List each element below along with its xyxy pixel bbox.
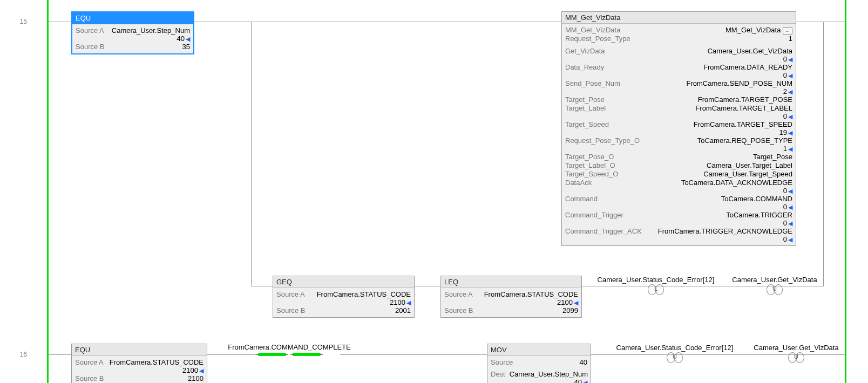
- param-label: Data_Ready: [565, 63, 604, 72]
- live-value: 19◀: [565, 129, 792, 136]
- live-value: 0◀: [565, 56, 792, 63]
- arrow-icon: ◀: [186, 35, 190, 43]
- live-value: 40◀: [491, 379, 587, 383]
- wire: [823, 22, 824, 286]
- wire: [251, 286, 273, 286]
- latch-coil-15a[interactable]: Camera_User.Status_Code_Error[12] L: [594, 276, 718, 296]
- arrow-icon: ◀: [788, 187, 792, 195]
- wire: [340, 354, 487, 355]
- geq-instruction[interactable]: GEQ Source A FromCamera.STATUS_CODE 2100…: [273, 276, 415, 318]
- param-value[interactable]: FromCamera.DATA_READY: [703, 63, 792, 72]
- live-value: 0◀: [565, 187, 792, 195]
- param-value[interactable]: FromCamera.STATUS_CODE: [317, 290, 411, 299]
- param-value[interactable]: Target_Pose: [753, 153, 792, 161]
- live-value: 0◀: [565, 72, 792, 79]
- live-value: 2100◀: [444, 299, 578, 306]
- xic-contact-16[interactable]: FromCamera.COMMAND_COMPLETE: [225, 343, 354, 356]
- arrow-icon: ◀: [583, 379, 587, 383]
- param-label: Source A: [444, 290, 473, 299]
- unlatch-coil-16a[interactable]: Camera_User.Status_Code_Error[12] U: [613, 344, 737, 364]
- wire: [796, 22, 845, 22]
- rung-number-16: 16: [5, 351, 27, 358]
- wire: [49, 22, 71, 22]
- live-value: 2100◀: [75, 367, 204, 374]
- arrow-icon: ◀: [199, 367, 204, 374]
- param-value[interactable]: Camera_User.Get_VizData: [708, 47, 792, 56]
- mm-get-vizdata-instruction[interactable]: MM_Get_VizData MM_Get_VizDataMM_Get_VizD…: [561, 11, 796, 246]
- instruction-title: EQU: [72, 344, 207, 356]
- coil-icon: U: [667, 353, 683, 363]
- param-label: Source: [491, 358, 513, 367]
- coil-icon: U: [788, 353, 804, 363]
- param-value[interactable]: FromCamera.TRIGGER_ACKNOWLEDGE: [658, 227, 792, 236]
- equ-instruction-15[interactable]: EQU Source A Camera_User.Step_Num 40◀ So…: [71, 11, 194, 54]
- coil-icon: L: [648, 285, 664, 295]
- param-value[interactable]: FromCamera.SEND_POSE_NUM: [687, 79, 793, 88]
- live-value: 2◀: [565, 88, 792, 95]
- wire: [251, 22, 252, 286]
- rail-left: [47, 0, 49, 383]
- param-value[interactable]: 40: [580, 358, 587, 367]
- param-label: Command: [565, 195, 598, 203]
- arrow-icon: ◀: [788, 88, 792, 95]
- arrow-icon: ◀: [788, 129, 792, 136]
- param-value[interactable]: Camera_User.Step_Num: [510, 370, 588, 379]
- wire: [49, 354, 71, 355]
- param-label: Get_VizData: [565, 47, 605, 56]
- param-label: Request_Pose_Type_O: [565, 136, 640, 145]
- param-value[interactable]: Camera_User.Step_Num: [112, 26, 190, 35]
- param-value[interactable]: 35: [182, 43, 190, 51]
- param-value[interactable]: ToCamera.TRIGGER: [726, 211, 792, 220]
- param-value[interactable]: 1: [789, 35, 792, 43]
- equ-instruction-16[interactable]: EQU Source A FromCamera.STATUS_CODE 2100…: [71, 344, 207, 383]
- live-value: 0◀: [565, 203, 792, 211]
- browse-button[interactable]: ...: [783, 27, 792, 35]
- instruction-title: EQU: [72, 12, 193, 24]
- param-value[interactable]: ToCamera.DATA_ACKNOWLEDGE: [681, 179, 792, 187]
- instruction-title: MM_Get_VizData: [562, 12, 796, 24]
- rung-number-15: 15: [5, 18, 27, 25]
- wire: [194, 22, 561, 22]
- arrow-icon: ◀: [788, 236, 792, 243]
- param-value[interactable]: ToCamera.REQ_POSE_TYPE: [697, 136, 792, 145]
- param-label: Source A: [76, 26, 104, 35]
- arrow-icon: ◀: [788, 145, 792, 153]
- live-value: 1◀: [565, 145, 792, 153]
- param-value[interactable]: 2001: [395, 306, 411, 315]
- unlatch-coil-16b[interactable]: Camera_User.Get_VizData U: [748, 344, 845, 364]
- param-label: Target_Label: [565, 104, 606, 113]
- param-value[interactable]: FromCamera.TARGET_POSE: [698, 95, 792, 104]
- param-value[interactable]: 2099: [562, 306, 578, 315]
- coil-label: Camera_User.Get_VizData: [726, 276, 823, 284]
- param-value[interactable]: Camera_User.Target_Speed: [703, 170, 792, 179]
- live-value: 40◀: [76, 35, 190, 43]
- param-label: Target_Pose_O: [565, 153, 614, 161]
- unlatch-coil-15b[interactable]: Camera_User.Get_VizData U: [726, 276, 823, 296]
- param-value[interactable]: Camera_User.Target_Label: [707, 161, 792, 170]
- contact-label: FromCamera.COMMAND_COMPLETE: [225, 343, 354, 351]
- leq-instruction[interactable]: LEQ Source A FromCamera.STATUS_CODE 2100…: [440, 276, 582, 318]
- param-value[interactable]: FromCamera.STATUS_CODE: [484, 290, 578, 299]
- param-label: Target_Label_O: [565, 161, 615, 170]
- param-label: Request_Pose_Type: [565, 35, 630, 43]
- arrow-icon: ◀: [788, 56, 792, 63]
- param-value[interactable]: ToCamera.COMMAND: [721, 195, 792, 203]
- param-label: Dest: [491, 370, 505, 379]
- arrow-icon: ◀: [574, 299, 578, 306]
- param-label: Source B: [76, 43, 104, 51]
- param-label: Target_Speed: [565, 120, 609, 129]
- param-value[interactable]: 2100: [188, 374, 204, 383]
- param-label: Command_Trigger_ACK: [565, 227, 642, 236]
- param-value[interactable]: FromCamera.TARGET_SPEED: [694, 120, 792, 129]
- arrow-icon: ◀: [788, 113, 792, 120]
- instruction-title: GEQ: [273, 276, 414, 288]
- coil-label: Camera_User.Status_Code_Error[12]: [613, 344, 737, 352]
- param-value[interactable]: MM_Get_VizData ...: [725, 26, 792, 35]
- arrow-icon: ◀: [788, 72, 792, 79]
- contact-bar-icon: [293, 353, 321, 356]
- mov-instruction[interactable]: MOV Source 40 Dest Camera_User.Step_Num …: [487, 344, 591, 383]
- param-label: Source A: [75, 358, 104, 367]
- param-value[interactable]: FromCamera.TARGET_LABEL: [695, 104, 792, 113]
- param-label: Source B: [444, 306, 473, 315]
- param-value[interactable]: FromCamera.STATUS_CODE: [110, 358, 204, 367]
